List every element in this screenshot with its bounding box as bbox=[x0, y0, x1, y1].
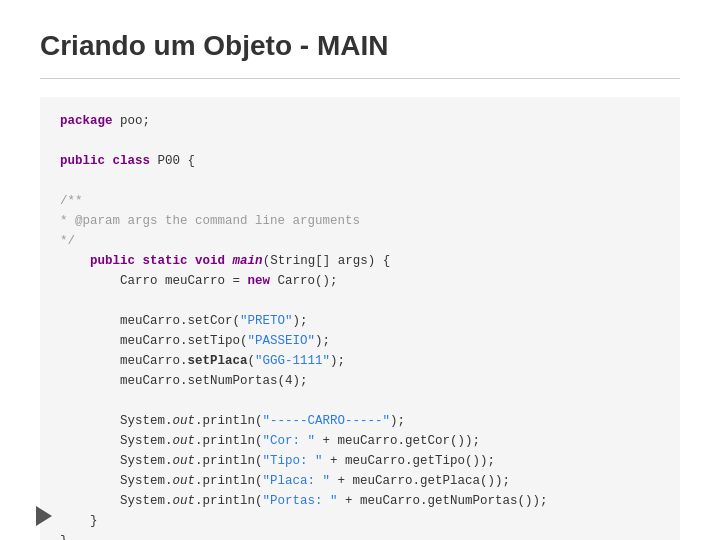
code-line-14: meuCarro.setNumPortas(4); bbox=[60, 371, 660, 391]
code-line-11: meuCarro.setCor("PRETO"); bbox=[60, 311, 660, 331]
code-line-6: * @param args the command line arguments bbox=[60, 211, 660, 231]
code-line-3: public class P00 { bbox=[60, 151, 660, 171]
code-line-8: public static void main(String[] args) { bbox=[60, 251, 660, 271]
code-line-13: meuCarro.setPlaca("GGG-1111"); bbox=[60, 351, 660, 371]
code-line-19: System.out.println("Placa: " + meuCarro.… bbox=[60, 471, 660, 491]
top-divider bbox=[40, 78, 680, 79]
code-line-22: } bbox=[60, 531, 660, 540]
code-line-17: System.out.println("Cor: " + meuCarro.ge… bbox=[60, 431, 660, 451]
code-line-20: System.out.println("Portas: " + meuCarro… bbox=[60, 491, 660, 511]
code-line-21: } bbox=[60, 511, 660, 531]
code-line-blank-3 bbox=[60, 291, 660, 311]
play-icon bbox=[36, 506, 52, 526]
code-line-7: */ bbox=[60, 231, 660, 251]
code-line-9: Carro meuCarro = new Carro(); bbox=[60, 271, 660, 291]
slide-title: Criando um Objeto - MAIN bbox=[40, 30, 680, 62]
code-line-18: System.out.println("Tipo: " + meuCarro.g… bbox=[60, 451, 660, 471]
code-line-12: meuCarro.setTipo("PASSEIO"); bbox=[60, 331, 660, 351]
code-line-16: System.out.println("-----CARRO-----"); bbox=[60, 411, 660, 431]
slide-container: Criando um Objeto - MAIN package poo; pu… bbox=[0, 0, 720, 540]
code-line-blank-1 bbox=[60, 131, 660, 151]
code-line-blank-2 bbox=[60, 171, 660, 191]
code-line-blank-4 bbox=[60, 391, 660, 411]
code-line-1: package poo; bbox=[60, 111, 660, 131]
code-block: package poo; public class P00 { /** * @p… bbox=[40, 97, 680, 540]
code-line-5: /** bbox=[60, 191, 660, 211]
